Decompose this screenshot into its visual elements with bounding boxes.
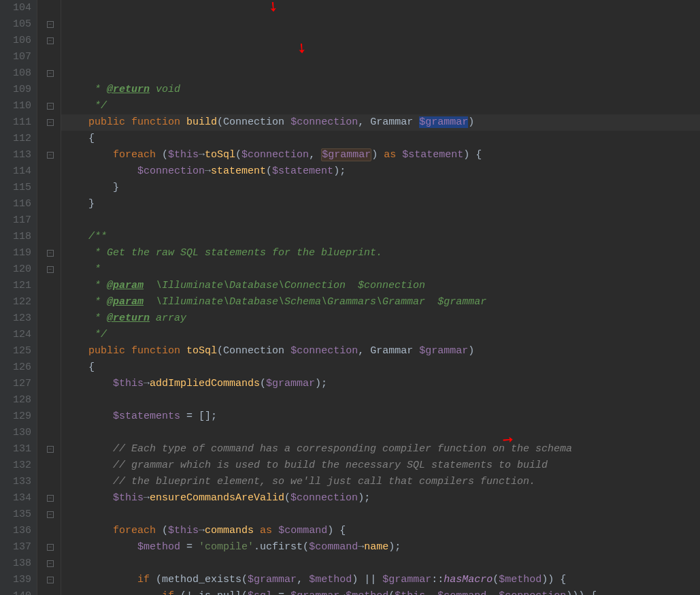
fold-open-icon[interactable]: − [47, 446, 54, 453]
code-line[interactable]: foreach ($this→commands as $command) { [61, 523, 700, 539]
code-line[interactable]: */ [61, 98, 700, 114]
code-token: ) [371, 149, 384, 161]
code-line[interactable]: // Each type of command has a correspond… [61, 441, 700, 457]
code-line[interactable]: foreach ($this→toSql($connection, $gramm… [61, 147, 700, 163]
fold-close-icon[interactable]: − [47, 544, 54, 551]
code-token: @param [107, 280, 144, 291]
line-number: 122 [0, 294, 31, 310]
code-token: ( [303, 541, 309, 553]
code-line[interactable]: * @return void [61, 82, 700, 98]
fold-open-icon[interactable]: − [47, 511, 54, 518]
code-line[interactable] [61, 392, 700, 408]
code-line[interactable]: $statements = []; [61, 408, 700, 425]
code-line[interactable]: /** [61, 229, 700, 245]
code-line[interactable] [61, 506, 700, 523]
code-token: ( [266, 165, 272, 177]
code-token: ( [156, 525, 168, 536]
code-line[interactable]: if (! is_null($sql = $grammar→$method($t… [61, 588, 700, 595]
code-token: void [150, 84, 180, 95]
line-number: 120 [0, 261, 31, 278]
code-token: * [95, 296, 107, 308]
code-line[interactable]: * [61, 261, 700, 278]
code-token [64, 84, 95, 95]
code-token: * [95, 280, 107, 291]
code-token [64, 149, 113, 161]
fold-close-icon[interactable]: − [47, 21, 54, 28]
code-line[interactable]: // the blueprint element, so we'll just … [61, 474, 700, 490]
code-area[interactable]: ➚ ➚ ➚ * @return void */ public function … [61, 0, 700, 595]
code-line[interactable] [61, 425, 700, 441]
fold-open-icon[interactable]: − [47, 152, 54, 159]
code-token [396, 149, 402, 161]
code-token [64, 296, 95, 308]
code-token: → [144, 492, 150, 504]
code-token: as [260, 525, 272, 536]
code-token: * Get the raw SQL statements for the blu… [95, 247, 382, 259]
fold-open-icon[interactable]: − [47, 266, 54, 273]
code-token: ( [235, 149, 241, 161]
line-number: 124 [0, 327, 31, 343]
code-token: $connection [358, 280, 425, 291]
code-line[interactable]: if (method_exists($grammar, $method) || … [61, 572, 700, 588]
fold-close-icon[interactable]: − [47, 250, 54, 257]
code-line[interactable]: $method = 'compile'.ucfirst($command→nam… [61, 539, 700, 556]
code-line[interactable]: * @param \Illuminate\Database\Schema\Gra… [61, 294, 700, 310]
line-number: 127 [0, 376, 31, 392]
code-token: statement [211, 165, 266, 177]
code-line[interactable]: { [61, 131, 700, 147]
code-token: $this [168, 149, 199, 161]
code-token [64, 247, 95, 259]
code-token: { [64, 133, 95, 144]
line-number: 134 [0, 490, 31, 506]
code-token: $connection [499, 590, 566, 595]
fold-open-icon[interactable]: − [47, 37, 54, 44]
code-token: → [199, 149, 205, 161]
code-token: ( [493, 574, 499, 585]
code-line[interactable]: { [61, 359, 700, 376]
code-token: ( [260, 378, 266, 389]
fold-close-icon[interactable]: − [47, 119, 54, 126]
code-line[interactable]: $this→ensureCommandsAreValid($connection… [61, 490, 700, 506]
fold-open-icon[interactable]: − [47, 495, 54, 502]
code-line[interactable]: // grammar which is used to build the ne… [61, 457, 700, 474]
code-token: $statement [272, 165, 333, 177]
code-token: $grammar [382, 574, 431, 585]
code-line[interactable] [61, 556, 700, 572]
code-token: \Illuminate\Database\Connection [144, 280, 358, 291]
code-line[interactable]: public function toSql(Connection $connec… [61, 343, 700, 359]
code-line[interactable]: * Get the raw SQL statements for the blu… [61, 245, 700, 261]
code-line[interactable]: $connection→statement($statement); [61, 163, 700, 180]
code-token: → [339, 590, 346, 595]
line-number: 138 [0, 556, 31, 572]
code-line[interactable]: */ [61, 327, 700, 343]
code-line[interactable]: * @param \Illuminate\Database\Connection… [61, 278, 700, 294]
fold-close-icon[interactable]: − [47, 560, 54, 567]
fold-close-icon[interactable]: − [47, 103, 54, 110]
code-token: foreach [113, 525, 156, 536]
fold-open-icon[interactable]: − [47, 70, 54, 77]
code-line[interactable] [61, 212, 700, 229]
code-token: , [309, 149, 321, 161]
code-token: is_null [199, 590, 241, 595]
code-token: :: [431, 574, 444, 585]
code-token: hasMacro [444, 574, 493, 585]
code-token: $connection [290, 116, 358, 128]
code-token: * [95, 312, 107, 324]
line-number: 117 [0, 212, 31, 229]
code-line[interactable]: } [61, 180, 700, 196]
line-number: 108 [0, 65, 31, 82]
code-token [64, 460, 113, 471]
code-token [64, 263, 95, 275]
code-token: ) { [327, 525, 346, 536]
fold-close-icon[interactable]: − [47, 577, 54, 583]
code-line[interactable]: public function build(Connection $connec… [61, 114, 700, 131]
code-token: $method [137, 541, 180, 553]
code-token [64, 100, 95, 112]
line-number: 132 [0, 457, 31, 474]
code-token: = [272, 590, 290, 595]
code-line[interactable]: } [61, 196, 700, 212]
code-line[interactable]: * @return array [61, 310, 700, 327]
code-token: → [358, 541, 364, 553]
code-line[interactable]: $this→addImpliedCommands($grammar); [61, 376, 700, 392]
code-token: // the blueprint element, so we'll just … [113, 476, 535, 487]
